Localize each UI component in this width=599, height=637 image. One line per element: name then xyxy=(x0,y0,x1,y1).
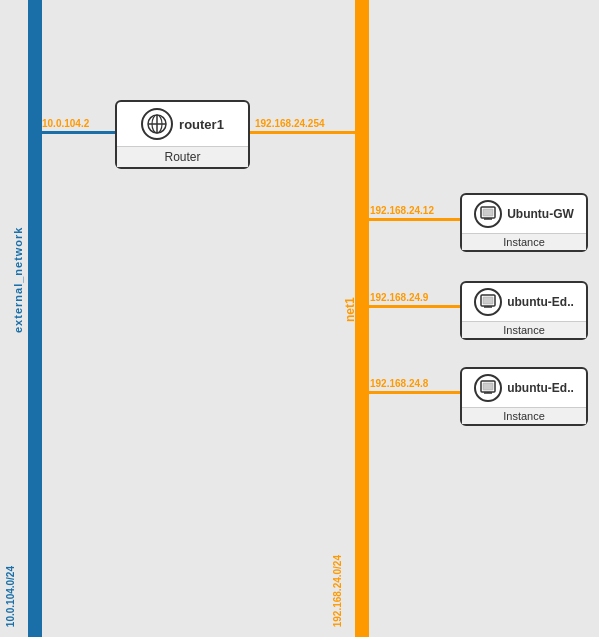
instance-1-name: Ubuntu-GW xyxy=(507,207,574,221)
instance-3-icon xyxy=(474,374,502,402)
line-net1-instance-2 xyxy=(362,305,467,308)
router-external-ip: 10.0.104.2 xyxy=(42,118,89,129)
instance-node-2[interactable]: ubuntu-Ed.. Instance xyxy=(460,281,588,340)
instance-3-name: ubuntu-Ed.. xyxy=(507,381,574,395)
instance-2-ip: 192.168.24.9 xyxy=(370,292,428,303)
external-subnet-label: 10.0.104.0/24 xyxy=(5,566,45,627)
router-node[interactable]: router1 Router xyxy=(115,100,250,169)
instance-1-type: Instance xyxy=(462,233,586,250)
router-net1-ip: 192.168.24.254 xyxy=(255,118,325,129)
instance-2-icon xyxy=(474,288,502,316)
instance-node-1[interactable]: Ubuntu-GW Instance xyxy=(460,193,588,252)
instance-3-icon-area: ubuntu-Ed.. xyxy=(462,369,586,404)
router-name: router1 xyxy=(179,117,224,132)
instance-3-type: Instance xyxy=(462,407,586,424)
svg-rect-9 xyxy=(483,297,493,304)
instance-2-name: ubuntu-Ed.. xyxy=(507,295,574,309)
svg-rect-5 xyxy=(483,209,493,216)
line-net1-instance-3 xyxy=(362,391,467,394)
line-net1-instance-1 xyxy=(362,218,467,221)
instance-1-ip: 192.168.24.12 xyxy=(370,205,434,216)
router-icon xyxy=(141,108,173,140)
svg-rect-13 xyxy=(483,383,493,390)
router-type-label: Router xyxy=(117,146,248,167)
instance-1-icon-area: Ubuntu-GW xyxy=(462,195,586,230)
external-network-label: external_network xyxy=(8,180,28,380)
router-icon-area: router1 xyxy=(117,102,248,142)
net1-subnet-label: 192.168.24.0/24 xyxy=(332,555,372,627)
instance-2-icon-area: ubuntu-Ed.. xyxy=(462,283,586,318)
net1-label: net1 xyxy=(340,260,360,360)
instance-3-ip: 192.168.24.8 xyxy=(370,378,428,389)
line-router-to-net1 xyxy=(245,131,360,134)
instance-node-3[interactable]: ubuntu-Ed.. Instance xyxy=(460,367,588,426)
instance-2-type: Instance xyxy=(462,321,586,338)
external-network-bar xyxy=(28,0,42,637)
instance-1-icon xyxy=(474,200,502,228)
